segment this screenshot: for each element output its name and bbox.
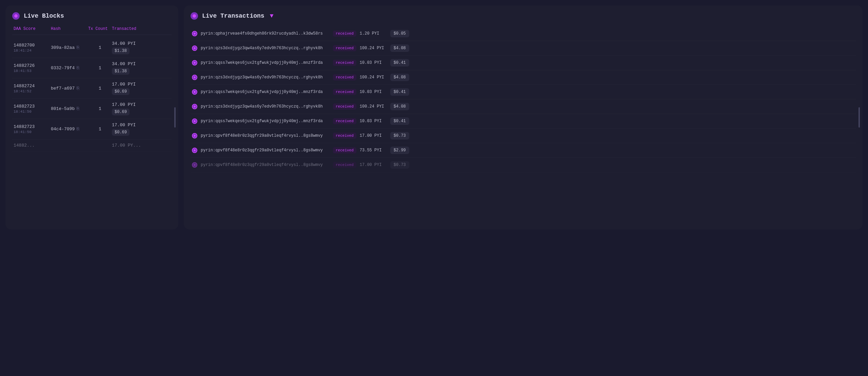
tx-address: pyrin:qzs3dxdjygz3qw4as6y7edv9h763hcyczq… bbox=[201, 75, 330, 80]
tx-amount: 100.24 PYI bbox=[360, 46, 387, 51]
block-time: 18:41:24 bbox=[14, 49, 51, 53]
tx-count-cell: 1 bbox=[88, 65, 112, 71]
list-item[interactable]: pyrin:qpvf8f48e8r0z3qgfr29a0vtleqf4rvysl… bbox=[191, 158, 856, 172]
tx-status-dot bbox=[192, 89, 197, 95]
list-item[interactable]: pyrin:qpvf8f48e8r0z3qgfr29a0vtleqf4rvysl… bbox=[191, 143, 856, 158]
block-hash: bef7-a697 bbox=[51, 86, 75, 91]
tx-address: pyrin:qqss7wekqes6jux2tgfwukjvdpjj0y40mj… bbox=[201, 119, 330, 124]
status-badge: received bbox=[333, 133, 356, 139]
daa-score-cell: 14882... bbox=[14, 143, 51, 148]
hash-cell: 04c4-7099 ⎘ bbox=[51, 127, 88, 132]
list-item[interactable]: pyrin:qzs3dxdjygz3qw4as6y7edv9h763hcyczq… bbox=[191, 70, 856, 85]
tx-address: pyrin:qpvf8f48e8r0z3qgfr29a0vtleqf4rvysl… bbox=[201, 148, 330, 153]
list-item[interactable]: pyrin:qqss7wekqes6jux2tgfwukjvdpjj0y40mj… bbox=[191, 56, 856, 70]
pyi-amount: 34.00 PYI bbox=[112, 61, 170, 67]
daa-score: 14882724 bbox=[14, 83, 51, 89]
col-header-transacted: Transacted bbox=[112, 26, 170, 31]
list-item[interactable]: pyrin:qpvf8f48e8r0z3qgfr29a0vtleqf4rvysl… bbox=[191, 129, 856, 143]
usd-badge: $0.69 bbox=[112, 109, 130, 115]
status-badge: received bbox=[333, 89, 356, 95]
copy-icon[interactable]: ⎘ bbox=[77, 86, 79, 91]
daa-score-cell: 14882724 18:41:52 bbox=[14, 83, 51, 93]
usd-badge: $0.41 bbox=[390, 117, 409, 125]
list-item[interactable]: pyrin:qqss7wekqes6jux2tgfwukjvdpjj0y40mj… bbox=[191, 114, 856, 129]
block-time: 18:41:53 bbox=[14, 69, 51, 73]
tx-status-dot bbox=[192, 118, 197, 124]
tx-count-cell: 1 bbox=[88, 86, 112, 91]
copy-icon[interactable]: ⎘ bbox=[77, 65, 79, 71]
usd-badge: $2.99 bbox=[390, 147, 409, 154]
live-indicator bbox=[191, 12, 198, 20]
status-badge: received bbox=[333, 104, 356, 110]
blocks-list: 14882700 18:41:24 309a-82aa ⎘ 1 34.00 PY… bbox=[12, 38, 172, 152]
block-hash: 309a-82aa bbox=[51, 45, 75, 50]
usd-badge: $0.69 bbox=[112, 129, 130, 136]
table-row[interactable]: 14882723 18:41:50 801e-5a9b ⎘ 1 17.00 PY… bbox=[12, 99, 172, 119]
tx-address: pyrin:qpvf8f48e8r0z3qgfr29a0vtleqf4rvysl… bbox=[201, 163, 330, 167]
status-badge: received bbox=[333, 74, 356, 80]
status-badge: received bbox=[333, 31, 356, 37]
scrollbar[interactable] bbox=[174, 107, 176, 128]
amount-cell: 17.00 PYI $0.69 bbox=[112, 102, 170, 115]
tx-address: pyrin:qphajrveae4fs0dhgeh86rk92rucdyadhl… bbox=[201, 31, 330, 36]
amount-cell: 17.00 PY... bbox=[112, 143, 170, 148]
daa-score: 14882723 bbox=[14, 124, 51, 129]
daa-score: 14882700 bbox=[14, 43, 51, 48]
pyi-amount: 17.00 PYI bbox=[112, 123, 170, 128]
filter-icon[interactable]: ▼ bbox=[270, 13, 274, 19]
tx-address: pyrin:qzs3dxdjygz3qw4as6y7edv9h763hcyczq… bbox=[201, 104, 330, 109]
usd-badge: $1.38 bbox=[112, 48, 130, 54]
status-badge: received bbox=[333, 45, 356, 51]
copy-icon[interactable]: ⎘ bbox=[77, 106, 79, 111]
block-time: 18:41:52 bbox=[14, 89, 51, 93]
tx-amount: 10.03 PYI bbox=[360, 119, 387, 124]
list-item[interactable]: pyrin:qzs3dxdjygz3qw4as6y7edv9h763hcyczq… bbox=[191, 99, 856, 114]
col-header-tx: Tx Count bbox=[88, 26, 112, 31]
usd-badge: $4.08 bbox=[390, 103, 409, 110]
tx-amount: 100.24 PYI bbox=[360, 104, 387, 109]
pyi-amount: 17.00 PY... bbox=[112, 143, 170, 148]
tx-status-dot bbox=[192, 133, 197, 138]
pyi-amount: 17.00 PYI bbox=[112, 82, 170, 87]
table-row[interactable]: 14882723 18:41:50 04c4-7099 ⎘ 1 17.00 PY… bbox=[12, 119, 172, 139]
daa-score-cell: 14882723 18:41:50 bbox=[14, 124, 51, 134]
amount-cell: 17.00 PYI $0.69 bbox=[112, 123, 170, 136]
amount-cell: 34.00 PYI $1.38 bbox=[112, 41, 170, 54]
status-badge: received bbox=[333, 118, 356, 124]
list-item[interactable]: pyrin:qphajrveae4fs0dhgeh86rk92rucdyadhl… bbox=[191, 26, 856, 41]
tx-status-dot bbox=[192, 75, 197, 80]
daa-score: 14882726 bbox=[14, 63, 51, 68]
panel-title: Live Transactions bbox=[202, 13, 264, 19]
tx-address: pyrin:qpvf8f48e8r0z3qgfr29a0vtleqf4rvysl… bbox=[201, 133, 330, 138]
daa-score-cell: 14882723 18:41:50 bbox=[14, 104, 51, 114]
amount-cell: 17.00 PYI $0.69 bbox=[112, 82, 170, 95]
tx-amount: 10.03 PYI bbox=[360, 90, 387, 94]
usd-badge: $0.69 bbox=[112, 88, 130, 95]
usd-badge: $1.38 bbox=[112, 68, 130, 75]
col-header-hash: Hash bbox=[51, 26, 88, 31]
col-header-daa: DAA Score bbox=[14, 26, 51, 31]
copy-icon[interactable]: ⎘ bbox=[77, 45, 79, 50]
tx-status-dot bbox=[192, 31, 197, 36]
scrollbar[interactable] bbox=[859, 107, 860, 128]
block-hash: 04c4-7099 bbox=[51, 127, 75, 132]
status-badge: received bbox=[333, 162, 356, 168]
usd-badge: $0.41 bbox=[390, 88, 409, 96]
tx-count-cell: 1 bbox=[88, 106, 112, 111]
list-item[interactable]: pyrin:qzs3dxdjygz3qw4as6y7edv9h763hcyczq… bbox=[191, 41, 856, 56]
copy-icon[interactable]: ⎘ bbox=[77, 127, 79, 132]
usd-badge: $4.08 bbox=[390, 44, 409, 52]
pyi-amount: 17.00 PYI bbox=[112, 102, 170, 107]
amount-cell: 34.00 PYI $1.38 bbox=[112, 61, 170, 75]
tx-amount: 1.20 PYI bbox=[360, 31, 387, 36]
daa-score: 14882... bbox=[14, 143, 51, 148]
hash-cell: 0332-79f4 ⎘ bbox=[51, 65, 88, 71]
table-row[interactable]: 14882726 18:41:53 0332-79f4 ⎘ 1 34.00 PY… bbox=[12, 58, 172, 78]
tx-status-dot bbox=[192, 45, 197, 51]
table-row-partial: 14882... 17.00 PY... bbox=[12, 139, 172, 152]
table-row[interactable]: 14882700 18:41:24 309a-82aa ⎘ 1 34.00 PY… bbox=[12, 38, 172, 58]
list-item[interactable]: pyrin:qqss7wekqes6jux2tgfwukjvdpjj0y40mj… bbox=[191, 85, 856, 99]
table-row[interactable]: 14882724 18:41:52 bef7-a697 ⎘ 1 17.00 PY… bbox=[12, 78, 172, 99]
live-transactions-header: Live Transactions ▼ bbox=[191, 12, 856, 20]
hash-cell: bef7-a697 ⎘ bbox=[51, 86, 88, 91]
